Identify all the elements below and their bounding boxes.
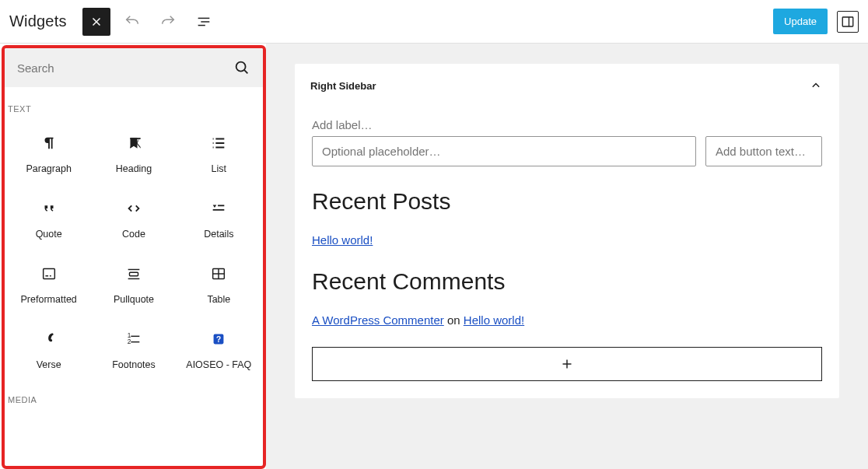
block-label: Preformatted: [21, 294, 77, 305]
category-label-media: MEDIA: [6, 381, 261, 411]
chevron-up-icon: [808, 78, 824, 93]
search-block-fields: [312, 136, 822, 166]
document-overview-button[interactable]: [190, 8, 218, 36]
undo-button[interactable]: [118, 8, 146, 36]
commenter-link[interactable]: A WordPress Commenter: [312, 313, 444, 327]
svg-rect-25: [129, 272, 138, 276]
preformatted-icon: [40, 264, 58, 283]
post-link[interactable]: Hello world!: [312, 233, 373, 247]
search-placeholder-input[interactable]: [312, 136, 696, 166]
details-icon: [209, 199, 228, 218]
block-label: Verse: [37, 359, 61, 370]
undo-icon: [124, 13, 141, 30]
comment-entry: A WordPress Commenter on Hello world!: [312, 313, 822, 327]
category-label-text: TEXT: [6, 90, 261, 120]
toolbar-left: Widgets: [9, 8, 218, 36]
widget-area-right-sidebar: Right Sidebar Add label… Recent Posts He…: [295, 64, 839, 398]
widget-area-body: Add label… Recent Posts Hello world! Rec…: [295, 107, 839, 398]
block-quote[interactable]: Quote: [6, 185, 91, 250]
search-icon: [233, 59, 250, 76]
widget-area-title: Right Sidebar: [310, 80, 376, 92]
list-view-icon: [195, 13, 212, 30]
editor-canvas: Right Sidebar Add label… Recent Posts He…: [266, 44, 868, 469]
recent-posts-heading: Recent Posts: [312, 188, 822, 215]
block-grid-text: Paragraph Heading List Quote: [6, 120, 261, 381]
add-block-button[interactable]: [312, 347, 822, 381]
block-label: Code: [122, 229, 145, 240]
block-table[interactable]: Table: [177, 250, 261, 316]
quote-icon: [40, 199, 58, 218]
top-toolbar: Widgets Update: [0, 0, 868, 44]
settings-panel-toggle[interactable]: [837, 11, 859, 33]
close-icon: [89, 15, 103, 29]
block-pullquote[interactable]: Pullquote: [91, 250, 176, 316]
block-code[interactable]: Code: [91, 185, 176, 250]
on-text: on: [444, 313, 464, 327]
block-label: Details: [204, 229, 233, 240]
block-label: Heading: [116, 163, 152, 174]
svg-marker-17: [213, 205, 217, 208]
close-inserter-button[interactable]: [82, 8, 110, 36]
search-button-text-input[interactable]: [705, 136, 822, 166]
block-verse[interactable]: Verse: [6, 316, 91, 381]
paragraph-icon: [40, 134, 58, 152]
plus-icon: [558, 355, 576, 373]
block-label: Pullquote: [114, 294, 154, 305]
sidebar-icon: [841, 15, 855, 29]
svg-rect-21: [43, 269, 54, 279]
block-paragraph[interactable]: Paragraph: [6, 120, 91, 185]
list-icon: [209, 134, 228, 152]
block-label: Footnotes: [112, 359, 156, 370]
page-title: Widgets: [9, 12, 67, 30]
svg-line-8: [244, 70, 247, 73]
block-preformatted[interactable]: Preformatted: [6, 250, 91, 316]
code-icon: [124, 199, 143, 218]
heading-icon: [124, 134, 143, 152]
table-icon: [209, 264, 228, 283]
widget-area-header[interactable]: Right Sidebar: [295, 64, 839, 107]
block-aioseo-faq[interactable]: ? AIOSEO - FAQ: [177, 316, 261, 381]
search-input[interactable]: [17, 61, 233, 75]
toolbar-right: Update: [773, 9, 859, 34]
search-wrap: [5, 48, 263, 87]
update-button[interactable]: Update: [773, 9, 828, 34]
faq-icon: ?: [209, 330, 228, 348]
svg-text:?: ?: [216, 335, 221, 344]
block-label: Paragraph: [26, 163, 71, 174]
footnotes-icon: 12: [124, 330, 143, 348]
svg-point-7: [236, 62, 246, 72]
inserter-scroll[interactable]: TEXT Paragraph Heading List: [5, 87, 263, 466]
block-label: Table: [207, 294, 230, 305]
recent-comments-heading: Recent Comments: [312, 268, 822, 295]
pullquote-icon: [124, 264, 143, 283]
svg-text:2: 2: [128, 338, 131, 345]
search-block-label[interactable]: Add label…: [312, 118, 822, 131]
block-label: Quote: [36, 229, 62, 240]
block-heading[interactable]: Heading: [91, 120, 176, 185]
workspace: TEXT Paragraph Heading List: [0, 44, 868, 469]
svg-rect-5: [842, 17, 853, 26]
block-list[interactable]: List: [177, 120, 261, 185]
block-inserter-panel: TEXT Paragraph Heading List: [2, 45, 266, 469]
block-footnotes[interactable]: 12 Footnotes: [91, 316, 176, 381]
redo-button[interactable]: [154, 8, 182, 36]
block-label: List: [212, 163, 226, 174]
verse-icon: [40, 330, 58, 348]
block-details[interactable]: Details: [177, 185, 261, 250]
comment-post-link[interactable]: Hello world!: [464, 313, 524, 327]
redo-icon: [159, 13, 177, 30]
block-label: AIOSEO - FAQ: [186, 359, 251, 370]
